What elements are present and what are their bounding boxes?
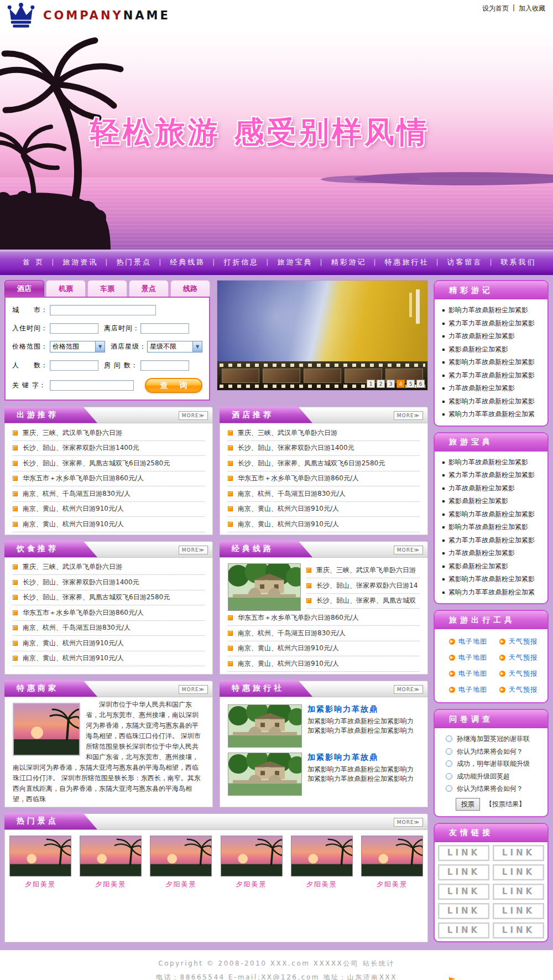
list-item[interactable]: 重庆、三峡、武汉单飞单卧六日游 [13,560,205,575]
list-item[interactable]: 长沙、韶山、张家界双卧六日游1400元 [228,441,420,457]
sidebar-list-item[interactable]: 力革故鼎新粉尘加紧影 [442,330,543,343]
radio-button-icon[interactable] [446,748,452,755]
list-item[interactable]: 南京、黄山、杭州六日游910元/人 [228,502,420,517]
e-map-link[interactable]: ▶ 电子地图 [442,666,493,682]
hot-spot-caption[interactable]: 夕阳美景 [9,880,71,889]
list-item[interactable]: 长沙、韶山、张家界、凤凰古城双飞6日游2580元 [228,456,420,471]
checkout-input[interactable] [140,323,189,334]
nav-item[interactable]: 首 页 | [15,257,55,267]
hot-spot-caption[interactable]: 夕阳美景 [221,880,283,889]
weather-forecast-link[interactable]: ▶ 天气预报 [493,650,543,666]
sidebar-list-item[interactable]: 力革故鼎新粉尘加紧影 [442,482,543,495]
list-item[interactable]: 南京、黄山、杭州六日游910元/人 [228,656,420,672]
hot-spot-caption[interactable]: 夕阳美景 [150,880,212,889]
friend-link[interactable]: LINK [438,884,489,900]
list-item[interactable]: 南京、黄山、杭州六日游910元/人 [228,641,420,657]
more-button[interactable]: MORE≫ [394,818,423,827]
friend-link[interactable]: LINK [438,845,489,861]
sidebar-list-item[interactable]: 紧力革力革故鼎新粉尘加紧影 [442,369,543,382]
city-input[interactable] [50,305,156,315]
nav-item[interactable]: 访客留言 | [440,257,494,267]
sidebar-list-item[interactable]: 紧力革力革故鼎新粉尘加紧影 [442,469,543,482]
hotel-star-select[interactable]: 星级不限 ▼ [147,341,202,352]
nav-item[interactable]: 打折信息 | [216,257,270,267]
sidebar-list-item[interactable]: 紧影响力革故鼎新粉尘加紧影 [442,573,543,586]
promo-carousel[interactable]: 1 2 3 4 5 6 [217,280,428,391]
agency-title[interactable]: 加紧影响力革故鼎 [307,753,420,763]
nav-item[interactable]: 热门景点 | [109,257,163,267]
booking-tab[interactable]: 车票 [87,280,127,297]
list-item[interactable]: 华东五市＋水乡单飞单卧六日游860元/人 [13,605,205,621]
hot-spot-item[interactable]: 夕阳美景 [291,836,353,938]
poll-option[interactable]: 孙继海加盟英冠的谢菲联 [442,733,543,745]
agency-entry[interactable]: 加紧影响力革故鼎 加紧影响力革故鼎新粉尘加紧影响力加紧影响力革故鼎新粉尘加紧影响… [228,704,420,748]
sidebar-list-item[interactable]: 紧响力力革革故鼎新粉尘加紧 [442,408,543,421]
add-favorite-link[interactable]: 加入收藏 [519,4,545,13]
tab-hotel[interactable]: 酒店 [4,280,44,297]
more-button[interactable]: MORE≫ [394,546,423,554]
sidebar-list-item[interactable]: 紧力革力革故鼎新粉尘加紧影 [442,534,543,547]
carousel-page-button[interactable]: 5 [406,380,415,388]
booking-tab[interactable]: 线路 [170,280,210,297]
booking-tab[interactable]: 机票 [46,280,86,297]
friend-link[interactable]: LINK [493,884,544,900]
weather-forecast-link[interactable]: ▶ 天气预报 [493,634,543,650]
list-item[interactable]: 长沙、韶山、张家界双卧六日游1400元 [13,575,205,590]
hot-spot-caption[interactable]: 夕阳美景 [361,880,423,889]
e-map-link[interactable]: ▶ 电子地图 [442,650,493,666]
carousel-page-button[interactable]: 3 [387,380,395,388]
sunset-beach-photo[interactable] [13,703,80,756]
more-button[interactable]: MORE≫ [179,546,208,554]
list-item[interactable]: 重庆、三峡、武汉单飞单卧六日游 [228,426,420,441]
radio-button-icon[interactable] [446,773,452,780]
nav-item[interactable]: 旅游宝典 | [270,257,324,267]
village-photo[interactable] [228,563,301,611]
list-item[interactable]: 南京、黄山、杭州六日游910元/人 [13,517,205,532]
hot-spot-item[interactable]: 夕阳美景 [361,836,423,938]
friend-link[interactable]: LINK [438,903,489,919]
sidebar-list-item[interactable]: 影响力革故鼎新粉尘加紧影 [442,521,543,534]
list-item[interactable]: 华东五市＋水乡单飞单卧六日游860元/人 [13,471,205,487]
friend-link[interactable]: LINK [493,845,544,861]
list-item[interactable]: 南京、杭州、千岛湖五日游830元/人 [228,486,420,502]
price-range-select[interactable]: 价格范围 ▼ [50,341,105,352]
list-item[interactable]: 南京、杭州、千岛湖五日游830元/人 [13,486,205,502]
carousel-page-button[interactable]: 2 [377,380,385,388]
checkin-input[interactable] [50,323,98,334]
booking-tab[interactable]: 景点 [129,280,169,297]
list-item[interactable]: 南京、杭州、千岛湖五日游830元/人 [228,626,420,641]
sidebar-list-item[interactable]: 紧影响力革故鼎新粉尘加紧影 [442,356,543,369]
sidebar-list-item[interactable]: 力革故鼎新粉尘加紧影 [442,382,543,395]
vote-button[interactable]: 投票 [456,798,480,811]
e-map-link[interactable]: ▶ 电子地图 [442,634,493,650]
agency-title[interactable]: 加紧影响力革故鼎 [307,704,420,714]
carousel-page-button[interactable]: 1 [367,380,375,388]
sidebar-list-item[interactable]: 紧影响力革故鼎新粉尘加紧影 [442,508,543,521]
friend-link[interactable]: LINK [438,922,489,938]
list-item[interactable]: 长沙、韶山、张家界、凤凰古城双 [306,594,420,609]
sidebar-list-item[interactable]: 紧力革力革故鼎新粉尘加紧影 [442,317,543,330]
rooms-input[interactable] [140,360,189,371]
nav-item[interactable]: 特惠旅行社 | [377,257,440,267]
poll-option[interactable]: 成功能升级回英超 [442,770,543,783]
hot-spot-item[interactable]: 夕阳美景 [221,836,283,938]
nav-item[interactable]: 联系我们 | [494,257,544,267]
list-item[interactable]: 华东五市＋水乡单飞单卧六日游860元/人 [228,611,420,626]
nav-item[interactable]: 经典线路 | [163,257,216,267]
list-item[interactable]: 长沙、韶山、张家界双卧六日游14 [306,578,420,594]
list-item[interactable]: 重庆、三峡、武汉单飞单卧六日游 [306,563,420,579]
radio-button-icon[interactable] [446,735,452,742]
sidebar-list-item[interactable]: 紧响力力革革故鼎新粉尘加紧 [442,586,543,599]
nav-item[interactable]: 精彩游记 | [324,257,377,267]
agency-entry[interactable]: 加紧影响力革故鼎 加紧影响力革故鼎新粉尘加紧影响力加紧影响力革故鼎新粉尘加紧影响… [228,753,420,796]
list-item[interactable]: 南京、黄山、杭州六日游910元/人 [13,636,205,651]
list-item[interactable]: 南京、黄山、杭州六日游910元/人 [13,651,205,667]
weather-forecast-link[interactable]: ▶ 天气预报 [493,682,543,698]
list-item[interactable]: 南京、黄山、杭州六日游910元/人 [228,517,420,532]
nav-item[interactable]: 旅游资讯 | [55,257,109,267]
hot-spot-item[interactable]: 夕阳美景 [150,836,212,938]
weather-forecast-link[interactable]: ▶ 天气预报 [493,666,543,682]
radio-button-icon[interactable] [446,785,452,792]
carousel-page-button[interactable]: 6 [416,380,425,388]
keyword-input[interactable] [50,380,134,391]
